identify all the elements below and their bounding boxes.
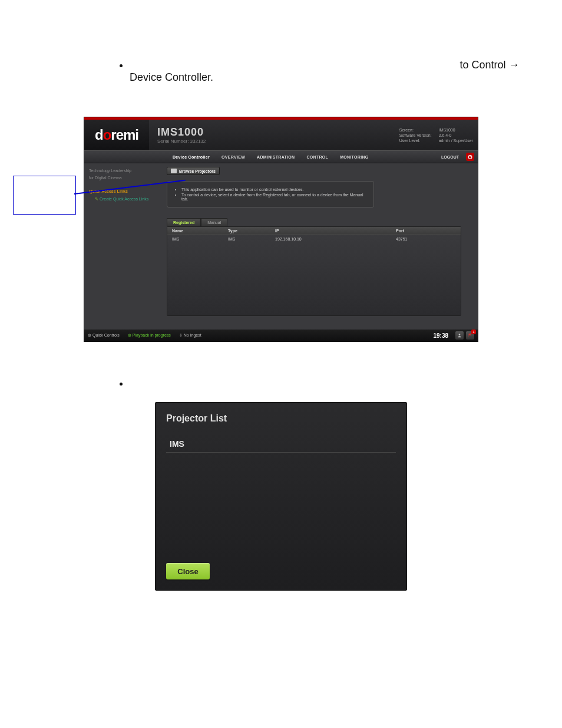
hdr-sw-label: Software Version:	[399, 133, 432, 137]
tagline-2: for Digital Cinema	[89, 175, 162, 181]
dialog-title: Projector List	[166, 413, 396, 424]
status-user-button[interactable]	[455, 331, 464, 340]
status-playback[interactable]: ⊕ Playback in progress	[128, 333, 171, 338]
product-title: IMS1000	[157, 126, 399, 139]
td-name: IMS	[172, 237, 228, 241]
nav-device-controller[interactable]: Device Controller	[167, 155, 216, 159]
info-line-2: To control a device, select a device fro…	[181, 193, 368, 201]
callout-box	[13, 176, 76, 215]
projector-icon	[171, 169, 177, 173]
svg-point-2	[459, 334, 461, 335]
status-bar: ⊕ Quick Controls ⊕ Playback in progress …	[84, 330, 478, 341]
nav-overview[interactable]: OVERVIEW	[216, 155, 251, 159]
td-type: IMS	[228, 237, 275, 241]
user-icon	[457, 333, 462, 338]
table-row[interactable]: IMS IMS 192.168.10.10 43751	[167, 235, 461, 243]
hdr-screen-value: IMS1000	[439, 128, 473, 132]
tagline-1: Technology Leadership	[89, 168, 162, 174]
power-icon	[467, 154, 473, 160]
create-quick-access-link[interactable]: Create Quick Access Links	[95, 197, 162, 202]
status-clock: 19:38	[433, 332, 448, 339]
tab-registered[interactable]: Registered	[167, 218, 201, 226]
browse-projectors-label: Browse Projectors	[179, 169, 216, 173]
hdr-user-label: User Level:	[399, 139, 432, 143]
flag-icon	[468, 333, 472, 338]
divider	[166, 452, 396, 453]
nav-control[interactable]: CONTROL	[300, 155, 334, 159]
status-flag-button[interactable]	[466, 331, 474, 340]
nav-monitoring[interactable]: MONITORING	[334, 155, 374, 159]
close-button[interactable]: Close	[166, 563, 210, 579]
projector-list-item[interactable]: IMS	[170, 439, 396, 449]
tab-manual[interactable]: Manual	[201, 218, 227, 226]
app-header: doremi IMS1000 Serial Number: 332132 Scr…	[84, 120, 478, 150]
th-name: Name	[172, 229, 228, 233]
td-ip: 192.168.10.10	[275, 237, 396, 241]
status-ingest[interactable]: ⇩ No Ingest	[179, 333, 201, 338]
td-port: 43751	[396, 237, 456, 241]
sidebar: Technology Leadership for Digital Cinema…	[84, 163, 167, 331]
info-line-1: This application can be used to monitor …	[181, 187, 368, 192]
hdr-screen-label: Screen:	[399, 128, 432, 132]
hdr-sw-value: 2.6.4-0	[439, 133, 473, 137]
th-port: Port	[396, 229, 456, 233]
status-quick-controls[interactable]: ⊕ Quick Controls	[88, 333, 120, 338]
doc-bullet-2	[130, 86, 533, 99]
th-ip: IP	[275, 229, 396, 233]
logout-button[interactable]: LOGOUT	[434, 155, 466, 159]
projector-list-dialog: Projector List IMS Close	[155, 402, 407, 591]
serial-number: Serial Number: 332132	[157, 139, 399, 144]
browse-projectors-button[interactable]: Browse Projectors	[167, 167, 220, 175]
info-panel: This application can be used to monitor …	[167, 181, 374, 207]
brand-logo: doremi	[84, 120, 149, 150]
th-type: Type	[228, 229, 275, 233]
main-nav: Device Controller OVERVIEW ADMINISTRATIO…	[84, 150, 478, 163]
power-button[interactable]	[466, 153, 474, 161]
devices-table: Name Type IP Port IMS IMS 192.168.10.10 …	[167, 226, 461, 316]
doc-bullet-3	[130, 377, 533, 390]
device-controller-screenshot: doremi IMS1000 Serial Number: 332132 Scr…	[84, 117, 478, 342]
hdr-user-value: admin / SuperUser	[439, 139, 473, 143]
doc-bullet-1: pad pad pad pad pad pad pad pad pad pad …	[130, 59, 533, 84]
nav-administration[interactable]: ADMINISTRATION	[251, 155, 300, 159]
